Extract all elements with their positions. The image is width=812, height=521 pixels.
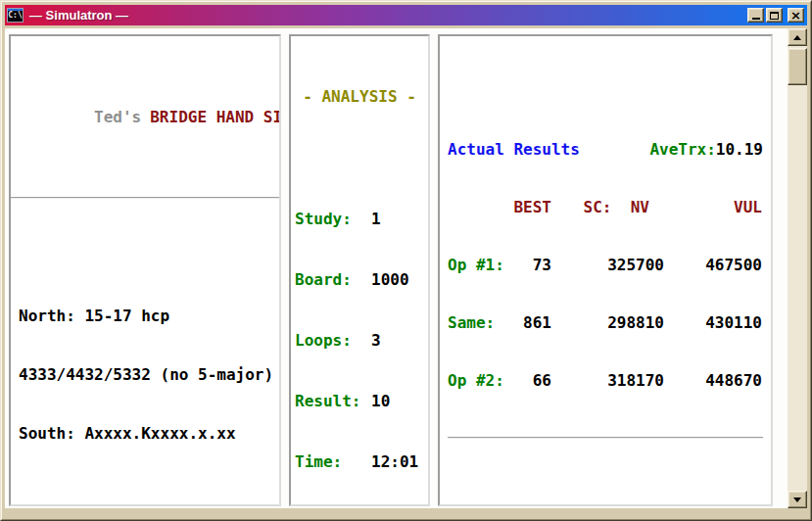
col-best: BEST [504,198,551,216]
field-label: Result: [295,391,371,412]
best-value: 66 [504,371,551,390]
app-title-main: BRIDGE HAND SIMULATOR [150,108,281,126]
col-sc-nv: SC: NV [551,198,664,216]
spacer [448,198,504,216]
close-icon: × [790,11,801,21]
result-row: Op #2:66318170448670 [448,371,763,390]
nv-score: 318170 [551,371,664,390]
minimize-button[interactable] [747,8,764,23]
section-title: Actual Results [448,140,580,159]
field-value: 12:01 [371,451,418,473]
divider [448,437,763,439]
field-label: Study: [295,209,371,230]
constraint-line: North: 15-17 hcp [19,307,279,326]
field-value: 3 [371,330,381,352]
app-title-prefix: Ted's [94,108,141,126]
constraint-line: South: Axxxx.Kxxxx.x.xx [19,424,279,444]
simulatron-window: C:\ — Simulatron — × Ted'sBRIDGE HAND SI… [0,0,812,521]
column-headers: BEST SC: NV VUL [448,198,763,216]
app-title: Ted'sBRIDGE HAND SIMULATOR [19,85,279,150]
field-row: Board: 1000 [295,269,424,291]
window-title: — Simulatron — [29,8,747,23]
avetrx-value: 10.19 [716,140,763,159]
simulator-panel: Ted'sBRIDGE HAND SIMULATOR North: 15-17 … [9,34,281,506]
result-row: Op #1:73325700467500 [448,256,763,274]
field-label: Time: [295,451,371,473]
vul-score: 467500 [664,256,762,274]
avetrx-label: AveTrx: [649,140,715,159]
scroll-down-button[interactable] [788,491,807,508]
row-label: Op #1: [448,256,504,274]
result-row: Same:861298810430110 [448,313,763,332]
maximize-icon [770,12,779,20]
bid-options: #1= force game #2= invite game, opener a… [19,500,279,506]
ms-dos-icon: C:\ [7,8,24,23]
field-label: Loops: [295,330,371,352]
window-controls: × [747,8,804,23]
field-label: Board: [295,269,371,291]
results-section-actual: Actual Results AveTrx:10.19 BEST SC: NV … [448,95,763,480]
analysis-panel: - ANALYSIS - Study: 1 Board: 1000 Loops:… [289,34,430,506]
titlebar[interactable]: C:\ — Simulatron — × [5,5,807,25]
row-label: Op #2: [448,371,504,390]
client-area: Ted'sBRIDGE HAND SIMULATOR North: 15-17 … [5,28,807,508]
row-label: Same: [448,313,504,332]
minimize-icon [752,18,760,20]
constraint-line: 4333/4432/5332 (no 5-major) [19,365,279,385]
close-button[interactable]: × [788,8,804,23]
field-row: Result: 10 [295,391,424,412]
analysis-fields: Study: 1 Board: 1000 Loops: 3 Result: 10… [295,169,424,506]
window-frame: C:\ — Simulatron — × Ted'sBRIDGE HAND SI… [1,1,811,520]
scrollbar-thumb[interactable] [788,48,807,85]
field-value: 1 [371,209,381,230]
hand-constraints: North: 15-17 hcp 4333/4432/5332 (no 5-ma… [19,267,279,506]
field-value: 10 [371,391,390,412]
divider [11,197,279,199]
field-value: 1000 [371,269,409,291]
analysis-title: - ANALYSIS - [295,87,424,107]
arrow-down-icon [793,497,801,502]
nv-score: 298810 [551,313,664,332]
vertical-scrollbar[interactable] [788,28,807,508]
nv-score: 325700 [551,256,664,274]
best-value: 73 [504,256,551,274]
scrollbar-track[interactable] [788,85,807,491]
avetrx: AveTrx:10.19 [649,140,763,159]
scroll-up-button[interactable] [788,28,807,46]
field-row: Time: 12:01 [295,451,424,473]
results-panel: Actual Results AveTrx:10.19 BEST SC: NV … [438,34,773,506]
vul-score: 430110 [664,313,762,332]
section-header: Actual Results AveTrx:10.19 [448,140,763,159]
best-value: 861 [504,313,551,332]
vul-score: 448670 [664,371,762,390]
maximize-button[interactable] [766,8,783,23]
col-vul: VUL [664,198,762,216]
arrow-up-icon [793,35,801,40]
field-row: Study: 1 [295,209,424,230]
field-row: Loops: 3 [295,330,424,352]
